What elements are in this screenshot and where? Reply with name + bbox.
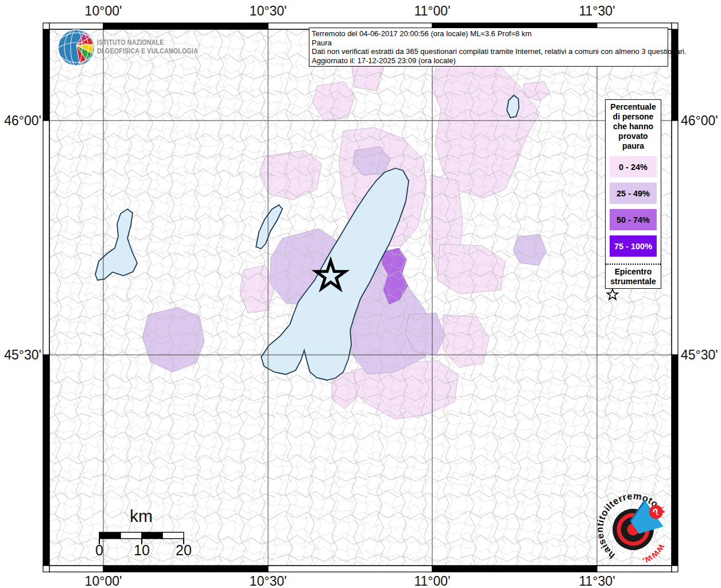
star-outline-icon (606, 288, 619, 301)
scalebar-unit: km (115, 506, 168, 526)
ingv-felt-report-map: haisentitoilterremoto.it www. ? 10°00' 1… (0, 0, 721, 588)
legend-title: Percentuale di persone che hanno provato… (606, 102, 661, 151)
axis-label-lat: 45°30' (0, 347, 41, 363)
scalebar-tick-label: 20 (166, 542, 201, 559)
event-title: Terremoto del 04-06-2017 20:00:56 (ora l… (312, 29, 665, 38)
legend-swatch-75-100: 75 - 100% (610, 235, 657, 257)
legend-star (606, 288, 661, 301)
ingv-globe-icon (59, 30, 95, 66)
legend-swatch-0-24: 0 - 24% (610, 156, 657, 177)
legend-swatch-50-74: 50 - 74% (610, 209, 657, 230)
scalebar-tick-label: 10 (125, 542, 159, 559)
axis-label-lon: 11°00' (392, 3, 472, 19)
legend-divider (606, 264, 661, 265)
ingv-wordmark-line1: ISTITUTO NAZIONALE (97, 38, 198, 47)
event-disclaimer: Dati non verificati estratti da 365 ques… (312, 47, 665, 56)
legend-swatch-25-49: 25 - 49% (610, 183, 657, 204)
axis-label-lon: 11°30' (557, 574, 637, 588)
axis-label-lon: 10°30' (228, 574, 308, 588)
axis-label-lon: 11°30' (557, 3, 637, 19)
event-info-box: Terremoto del 04-06-2017 20:00:56 (ora l… (309, 28, 668, 67)
axis-label-lat: 45°30' (681, 347, 718, 363)
ingv-wordmark: ISTITUTO NAZIONALE DI GEOFISICA E VULCAN… (97, 38, 198, 55)
axis-label-lat: 46°00' (0, 113, 41, 129)
legend-box: Percentuale di persone che hanno provato… (605, 99, 661, 289)
axis-label-lon: 10°30' (228, 3, 308, 19)
axis-label-lon: 10°00' (63, 574, 144, 588)
ingv-wordmark-line2: DI GEOFISICA E VULCANOLOGIA (97, 47, 198, 55)
axis-label-lon: 10°00' (63, 3, 144, 19)
axis-label-lon: 11°00' (392, 574, 472, 588)
event-updated-at: Aggiornato il: 17-12-2025 23:09 (ora loc… (312, 56, 665, 65)
event-effect: Paura (312, 38, 665, 48)
scalebar-tick-label: 0 (82, 542, 117, 559)
legend-epicenter-label: Epicentro strumentale (606, 267, 661, 287)
axis-label-lat: 46°00' (681, 113, 718, 129)
